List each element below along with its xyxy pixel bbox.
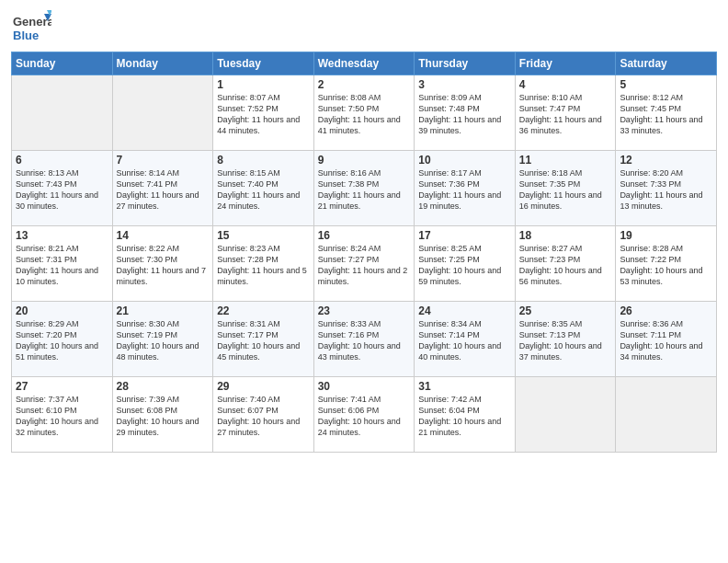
col-header-thursday: Thursday (415, 52, 516, 75)
day-number: 13 (16, 229, 108, 242)
day-info: Sunrise: 7:40 AM Sunset: 6:07 PM Dayligh… (217, 394, 310, 439)
day-cell: 14Sunrise: 8:22 AM Sunset: 7:30 PM Dayli… (112, 226, 213, 302)
day-cell: 20Sunrise: 8:29 AM Sunset: 7:20 PM Dayli… (12, 302, 113, 377)
day-number: 1 (217, 78, 310, 91)
day-cell: 18Sunrise: 8:27 AM Sunset: 7:23 PM Dayli… (515, 226, 616, 302)
day-cell: 10Sunrise: 8:17 AM Sunset: 7:36 PM Dayli… (415, 151, 516, 226)
day-cell: 4Sunrise: 8:10 AM Sunset: 7:47 PM Daylig… (515, 75, 616, 151)
day-info: Sunrise: 7:42 AM Sunset: 6:04 PM Dayligh… (418, 394, 511, 439)
day-cell: 29Sunrise: 7:40 AM Sunset: 6:07 PM Dayli… (213, 377, 314, 453)
day-cell (112, 75, 213, 151)
day-number: 22 (217, 304, 310, 317)
svg-text:Blue: Blue (13, 29, 39, 42)
day-info: Sunrise: 8:09 AM Sunset: 7:48 PM Dayligh… (418, 92, 511, 137)
day-number: 20 (16, 304, 108, 317)
day-cell: 31Sunrise: 7:42 AM Sunset: 6:04 PM Dayli… (415, 377, 516, 453)
day-info: Sunrise: 7:37 AM Sunset: 6:10 PM Dayligh… (16, 394, 108, 439)
day-number: 21 (117, 304, 210, 317)
day-info: Sunrise: 8:22 AM Sunset: 7:30 PM Dayligh… (117, 243, 210, 288)
day-info: Sunrise: 8:30 AM Sunset: 7:19 PM Dayligh… (117, 318, 210, 363)
day-number: 14 (117, 229, 210, 242)
day-cell: 9Sunrise: 8:16 AM Sunset: 7:38 PM Daylig… (313, 151, 415, 226)
day-cell (515, 377, 616, 453)
day-info: Sunrise: 8:21 AM Sunset: 7:31 PM Dayligh… (16, 243, 108, 288)
day-cell: 17Sunrise: 8:25 AM Sunset: 7:25 PM Dayli… (415, 226, 516, 302)
day-info: Sunrise: 8:20 AM Sunset: 7:33 PM Dayligh… (620, 167, 712, 213)
day-number: 27 (16, 380, 108, 393)
day-info: Sunrise: 8:28 AM Sunset: 7:22 PM Dayligh… (620, 243, 712, 288)
week-row-5: 27Sunrise: 7:37 AM Sunset: 6:10 PM Dayli… (12, 377, 717, 453)
day-cell: 30Sunrise: 7:41 AM Sunset: 6:06 PM Dayli… (313, 377, 415, 453)
day-number: 28 (117, 380, 210, 393)
day-info: Sunrise: 8:10 AM Sunset: 7:47 PM Dayligh… (519, 92, 612, 137)
day-cell: 22Sunrise: 8:31 AM Sunset: 7:17 PM Dayli… (213, 302, 314, 377)
day-number: 25 (519, 304, 612, 317)
day-cell: 11Sunrise: 8:18 AM Sunset: 7:35 PM Dayli… (515, 151, 616, 226)
day-info: Sunrise: 7:39 AM Sunset: 6:08 PM Dayligh… (117, 394, 210, 439)
day-number: 5 (620, 78, 712, 91)
day-number: 12 (620, 154, 712, 167)
day-cell (12, 75, 113, 151)
day-number: 7 (117, 154, 210, 167)
day-cell: 26Sunrise: 8:36 AM Sunset: 7:11 PM Dayli… (616, 302, 717, 377)
col-header-monday: Monday (112, 52, 213, 75)
week-row-3: 13Sunrise: 8:21 AM Sunset: 7:31 PM Dayli… (12, 226, 717, 302)
day-info: Sunrise: 8:36 AM Sunset: 7:11 PM Dayligh… (620, 318, 712, 363)
day-number: 11 (519, 154, 612, 167)
day-number: 19 (620, 229, 712, 242)
day-info: Sunrise: 8:17 AM Sunset: 7:36 PM Dayligh… (418, 167, 511, 213)
day-cell: 24Sunrise: 8:34 AM Sunset: 7:14 PM Dayli… (415, 302, 516, 377)
day-info: Sunrise: 8:13 AM Sunset: 7:43 PM Dayligh… (16, 167, 108, 213)
col-header-wednesday: Wednesday (313, 52, 415, 75)
day-number: 26 (620, 304, 712, 317)
day-info: Sunrise: 8:25 AM Sunset: 7:25 PM Dayligh… (418, 243, 511, 288)
day-info: Sunrise: 8:29 AM Sunset: 7:20 PM Dayligh… (16, 318, 108, 363)
day-info: Sunrise: 8:14 AM Sunset: 7:41 PM Dayligh… (117, 167, 210, 213)
day-info: Sunrise: 8:31 AM Sunset: 7:17 PM Dayligh… (217, 318, 310, 363)
day-cell: 27Sunrise: 7:37 AM Sunset: 6:10 PM Dayli… (12, 377, 113, 453)
calendar-table: SundayMondayTuesdayWednesdayThursdayFrid… (11, 52, 717, 453)
day-cell: 1Sunrise: 8:07 AM Sunset: 7:52 PM Daylig… (213, 75, 314, 151)
day-number: 24 (418, 304, 511, 317)
day-info: Sunrise: 8:16 AM Sunset: 7:38 PM Dayligh… (318, 167, 411, 213)
day-info: Sunrise: 8:07 AM Sunset: 7:52 PM Dayligh… (217, 92, 310, 137)
week-row-1: 1Sunrise: 8:07 AM Sunset: 7:52 PM Daylig… (12, 75, 717, 151)
day-info: Sunrise: 8:18 AM Sunset: 7:35 PM Dayligh… (519, 167, 612, 213)
day-cell: 2Sunrise: 8:08 AM Sunset: 7:50 PM Daylig… (313, 75, 415, 151)
col-header-sunday: Sunday (12, 52, 113, 75)
week-row-4: 20Sunrise: 8:29 AM Sunset: 7:20 PM Dayli… (12, 302, 717, 377)
day-cell: 13Sunrise: 8:21 AM Sunset: 7:31 PM Dayli… (12, 226, 113, 302)
day-number: 9 (318, 154, 411, 167)
day-info: Sunrise: 8:33 AM Sunset: 7:16 PM Dayligh… (318, 318, 411, 363)
day-info: Sunrise: 8:23 AM Sunset: 7:28 PM Dayligh… (217, 243, 310, 288)
day-cell: 23Sunrise: 8:33 AM Sunset: 7:16 PM Dayli… (313, 302, 415, 377)
day-number: 23 (318, 304, 411, 317)
day-number: 3 (418, 78, 511, 91)
day-cell: 25Sunrise: 8:35 AM Sunset: 7:13 PM Dayli… (515, 302, 616, 377)
day-number: 17 (418, 229, 511, 242)
day-number: 16 (318, 229, 411, 242)
day-cell: 19Sunrise: 8:28 AM Sunset: 7:22 PM Dayli… (616, 226, 717, 302)
day-info: Sunrise: 8:15 AM Sunset: 7:40 PM Dayligh… (217, 167, 310, 213)
logo-svg: General Blue (11, 9, 51, 46)
day-cell: 16Sunrise: 8:24 AM Sunset: 7:27 PM Dayli… (313, 226, 415, 302)
day-info: Sunrise: 8:34 AM Sunset: 7:14 PM Dayligh… (418, 318, 511, 363)
day-info: Sunrise: 8:08 AM Sunset: 7:50 PM Dayligh… (318, 92, 411, 137)
col-header-friday: Friday (515, 52, 616, 75)
day-number: 29 (217, 380, 310, 393)
day-number: 30 (318, 380, 411, 393)
day-number: 10 (418, 154, 511, 167)
header: General Blue (11, 9, 717, 46)
logo: General Blue (11, 9, 51, 46)
day-cell: 8Sunrise: 8:15 AM Sunset: 7:40 PM Daylig… (213, 151, 314, 226)
col-header-tuesday: Tuesday (213, 52, 314, 75)
header-row: SundayMondayTuesdayWednesdayThursdayFrid… (12, 52, 717, 75)
day-cell: 7Sunrise: 8:14 AM Sunset: 7:41 PM Daylig… (112, 151, 213, 226)
day-cell: 12Sunrise: 8:20 AM Sunset: 7:33 PM Dayli… (616, 151, 717, 226)
day-number: 2 (318, 78, 411, 91)
day-number: 4 (519, 78, 612, 91)
day-number: 6 (16, 154, 108, 167)
page-container: General Blue SundayMondayTuesdayWednesda… (0, 0, 728, 460)
day-cell: 28Sunrise: 7:39 AM Sunset: 6:08 PM Dayli… (112, 377, 213, 453)
day-number: 15 (217, 229, 310, 242)
